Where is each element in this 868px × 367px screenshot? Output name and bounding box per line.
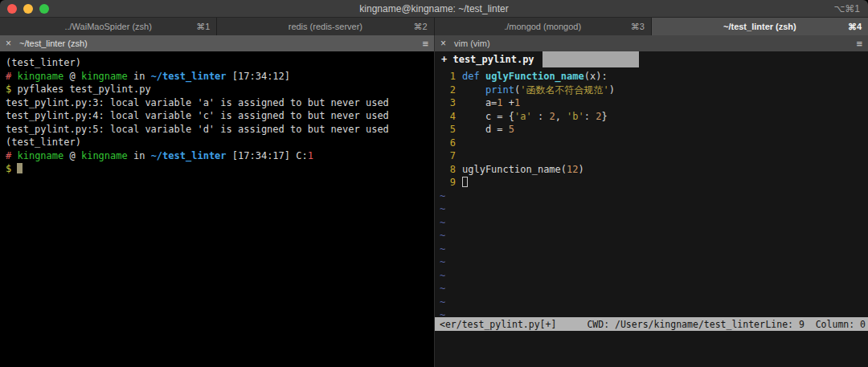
- terminal-line: (test_linter): [6, 136, 434, 149]
- text-segment: kingname: [17, 150, 63, 161]
- status-position: Line: 9 Column: 0: [765, 319, 866, 330]
- vim-empty-line-tilde: ~: [435, 229, 868, 243]
- code-text: uglyFunction_name(12): [462, 163, 584, 177]
- text-segment: test_pylint.py:3: local variable 'a' is …: [6, 97, 389, 108]
- right-pane-header: × vim (vim) ≡: [435, 35, 868, 51]
- left-terminal-output[interactable]: (test_linter)# kingname @ kingname in ~/…: [0, 51, 434, 367]
- line-number: 2: [435, 84, 456, 97]
- vim-code-line: 1def uglyFunction_name(x):: [435, 70, 868, 84]
- hamburger-menu-icon[interactable]: ≡: [856, 38, 862, 50]
- text-segment: ,: [555, 111, 567, 122]
- vim-empty-line-tilde: ~: [435, 282, 868, 296]
- text-segment: 'a': [514, 111, 532, 122]
- text-segment: [11, 163, 17, 174]
- vim-empty-line-tilde: ~: [435, 202, 868, 216]
- text-segment: kingname: [81, 71, 128, 82]
- text-segment: 1: [308, 150, 313, 161]
- traffic-lights: [7, 4, 49, 14]
- code-text: print('函数名不符合规范'): [462, 84, 615, 97]
- split-pane-container: × ~/test_linter (zsh) ≡ (test_linter)# k…: [0, 35, 868, 367]
- text-segment: 12: [567, 164, 578, 175]
- close-pane-icon[interactable]: ×: [440, 38, 448, 49]
- text-segment: c = {: [462, 111, 514, 122]
- text-segment: @: [63, 71, 81, 82]
- text-segment: 1: [497, 97, 502, 108]
- right-pane: × vim (vim) ≡ + test_pylint.py 1def ugly…: [434, 35, 868, 367]
- terminal-line: # kingname @ kingname in ~/test_linter […: [6, 149, 434, 163]
- close-pane-icon[interactable]: ×: [6, 38, 14, 49]
- text-segment: +: [503, 97, 514, 108]
- text-segment: }: [601, 111, 607, 122]
- code-text: def uglyFunction_name(x):: [462, 70, 608, 84]
- text-segment: #: [6, 150, 17, 161]
- titlebar: kingname@kingname: ~/test_linter ⌥⌘1: [0, 0, 868, 18]
- vim-code-line: 6: [435, 137, 868, 150]
- vim-tabline: + test_pylint.py: [435, 51, 868, 67]
- tab-redis[interactable]: redis (redis-server) ⌘2: [217, 18, 434, 35]
- terminal-line: test_pylint.py:5: local variable 'd' is …: [6, 123, 434, 137]
- text-segment: [17:34:17]: [227, 150, 297, 161]
- left-pane: × ~/test_linter (zsh) ≡ (test_linter)# k…: [0, 35, 434, 367]
- hamburger-menu-icon[interactable]: ≡: [422, 38, 428, 50]
- text-segment: uglyFunction_name: [485, 71, 584, 82]
- text-segment: test_pylint.py:5: local variable 'd' is …: [6, 124, 389, 135]
- code-text: c = {'a' : 2, 'b': 2}: [462, 110, 608, 124]
- text-segment: kingname: [81, 150, 128, 161]
- vim-status-bar: <er/test_pylint.py[+] CWD: /Users/kingna…: [435, 317, 868, 331]
- line-number: 7: [435, 149, 456, 163]
- text-segment: C:: [296, 150, 307, 161]
- text-segment: 1: [514, 97, 520, 108]
- text-segment: 'b': [567, 111, 584, 122]
- text-segment: 2: [549, 111, 555, 122]
- code-text: a=1 +1: [462, 96, 520, 110]
- minimize-window-button[interactable]: [23, 4, 33, 14]
- text-segment: pyflakes test_pylint.py: [11, 84, 150, 95]
- left-pane-title: ~/test_linter (zsh): [19, 39, 88, 48]
- tab-mongod[interactable]: ./mongod (mongod) ⌘3: [435, 18, 652, 35]
- text-segment: '函数名不符合规范': [520, 84, 608, 96]
- text-segment: print: [485, 84, 514, 96]
- line-number: 8: [435, 163, 456, 177]
- text-segment: :: [584, 111, 596, 122]
- text-segment: ~/test_linter: [151, 150, 227, 161]
- terminal-line: (test_linter): [6, 56, 434, 70]
- line-number: 9: [435, 176, 456, 190]
- vim-empty-line-tilde: ~: [435, 216, 868, 230]
- text-segment: #: [6, 71, 17, 82]
- tab-waimaospider[interactable]: ../WaiMaoSpider (zsh) ⌘1: [0, 18, 217, 35]
- tab-label: redis (redis-server): [289, 22, 362, 31]
- vim-code-line: 8uglyFunction_name(12): [435, 163, 868, 177]
- vim-code-line: 2 print('函数名不符合规范'): [435, 84, 868, 97]
- text-segment: uglyFunction_name(: [462, 164, 567, 175]
- close-window-button[interactable]: [7, 4, 17, 14]
- cursor-hollow: [462, 177, 468, 187]
- text-segment: in: [128, 71, 151, 82]
- terminal-line: # kingname @ kingname in ~/test_linter […: [6, 70, 434, 84]
- window-title: kingname@kingname: ~/test_linter: [0, 0, 868, 18]
- text-segment: test_pylint.py:4: local variable 'c' is …: [6, 110, 389, 121]
- text-segment: (test_linter): [6, 137, 81, 148]
- tab-shortcut: ⌘3: [631, 22, 645, 32]
- text-segment: (test_linter): [6, 57, 81, 68]
- zoom-window-button[interactable]: [39, 4, 49, 14]
- vim-editor[interactable]: + test_pylint.py 1def uglyFunction_name(…: [435, 51, 868, 367]
- text-segment: 5: [509, 124, 514, 135]
- vim-code-line: 5 d = 5: [435, 123, 868, 137]
- text-segment: ~/test_linter: [151, 71, 227, 82]
- code-text: d = 5: [462, 123, 514, 137]
- tab-shortcut: ⌘2: [413, 22, 427, 32]
- text-segment: @: [63, 150, 81, 161]
- text-segment: :: [532, 111, 550, 122]
- line-number: 4: [435, 110, 456, 124]
- text-segment: def: [462, 71, 485, 82]
- vim-code-area[interactable]: 1def uglyFunction_name(x):2 print('函数名不符…: [435, 67, 868, 317]
- vim-buffer-tab[interactable]: + test_pylint.py: [435, 51, 542, 67]
- line-number: 5: [435, 123, 456, 137]
- status-cwd: CWD: /Users/kingname/test_linter: [587, 319, 765, 330]
- vim-code-line: 3 a=1 +1: [435, 96, 868, 110]
- terminal-line: $ pyflakes test_pylint.py: [6, 83, 434, 96]
- window-shortcut: ⌥⌘1: [833, 3, 860, 14]
- line-number: 6: [435, 137, 456, 150]
- text-segment: ): [579, 164, 584, 175]
- tab-test-linter[interactable]: ~/test_linter (zsh) ⌘4: [652, 18, 868, 35]
